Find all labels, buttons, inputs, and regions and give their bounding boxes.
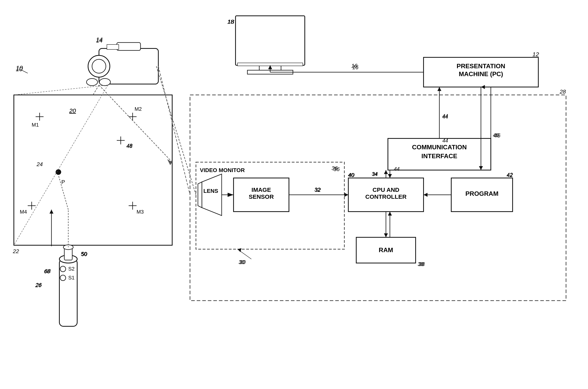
pointer-top-number: 50 [81,251,87,257]
video-monitor-number: 36 [332,165,338,171]
svg-rect-30 [14,95,172,245]
svg-text:30: 30 [240,259,246,265]
svg-text:40: 40 [348,172,355,178]
svg-line-75 [99,85,172,162]
svg-rect-27 [356,237,415,263]
camera-number-label: 14 [96,37,103,44]
svg-text:IMAGE: IMAGE [251,187,271,193]
svg-point-56 [88,55,110,77]
svg-rect-20 [348,178,423,212]
svg-text:26: 26 [35,282,42,288]
connection-32-label: 32 [314,187,321,193]
svg-point-67 [60,266,66,272]
svg-marker-85 [384,233,388,237]
svg-rect-6 [388,138,491,170]
svg-marker-118 [238,248,242,252]
svg-rect-53 [238,63,303,66]
svg-text:PRESENTATION: PRESENTATION [457,63,505,70]
svg-text:24: 24 [36,161,43,167]
svg-text:44: 44 [442,114,448,120]
svg-rect-59 [107,44,119,49]
svg-text:44: 44 [442,138,448,144]
svg-line-74 [93,85,99,95]
svg-text:INTERFACE: INTERFACE [421,153,457,160]
svg-text:VIDEO MONITOR: VIDEO MONITOR [200,167,245,173]
svg-point-61 [99,78,110,86]
svg-rect-2 [423,57,538,87]
svg-text:COMMUNICATION: COMMUNICATION [412,144,467,151]
svg-text:68: 68 [44,268,51,274]
connection-44-top: 44 [442,113,448,119]
svg-text:MACHINE (PC): MACHINE (PC) [459,70,503,77]
svg-text:34: 34 [372,171,378,177]
svg-marker-15 [198,182,202,208]
svg-marker-98 [268,65,272,69]
svg-text:SENSOR: SENSOR [249,194,274,200]
svg-marker-87 [388,212,392,216]
screen-stand-number: 22 [13,248,19,254]
svg-text:48: 48 [127,143,132,149]
svg-text:18: 18 [228,18,234,25]
monitor-number-label: 18 [227,18,234,25]
screen-number-label: 20 [69,107,76,114]
svg-text:50: 50 [81,251,87,257]
comm-interface-number: 46 [493,132,499,138]
ram-number: 38 [417,261,424,267]
connection-34-label: 34 [372,171,378,177]
svg-line-116 [14,85,108,245]
pointer-body-number: 68 [44,268,50,274]
svg-marker-76 [167,159,172,165]
system-number-label: 10 [16,65,23,72]
svg-text:S1: S1 [68,275,75,281]
marker-48-number: 48 [126,143,133,149]
svg-rect-58 [117,42,140,50]
svg-rect-24 [451,178,513,212]
svg-marker-106 [479,166,483,170]
svg-rect-50 [236,16,305,65]
svg-rect-17 [234,178,289,212]
svg-text:LENS: LENS [204,188,218,194]
svg-marker-94 [437,87,441,91]
svg-rect-63 [59,259,77,326]
svg-line-77 [156,66,196,195]
program-number: 42 [507,172,513,178]
svg-marker-83 [423,193,427,197]
svg-text:12: 12 [532,51,539,58]
svg-marker-113 [49,210,53,214]
svg-text:M1: M1 [32,122,39,128]
svg-text:S2: S2 [68,266,75,272]
cpu-number: 40 [348,172,354,178]
svg-marker-104 [481,85,485,89]
svg-rect-51 [259,65,281,71]
svg-marker-14 [202,174,222,216]
svg-rect-65 [64,247,72,260]
svg-point-57 [92,59,106,73]
svg-text:CPU AND: CPU AND [373,187,399,193]
svg-point-68 [60,275,66,281]
connection-44-inner: 44 [394,166,400,172]
inner-box-number: 30 [239,259,245,265]
svg-line-114 [158,66,190,195]
svg-line-108 [22,70,28,73]
svg-text:CONTROLLER: CONTROLLER [365,194,407,200]
line-16-label: 16 [351,63,358,69]
svg-text:32: 32 [315,187,321,193]
pointer-lower-number: 26 [35,282,41,288]
svg-rect-1 [190,95,566,301]
svg-text:P: P [61,179,65,185]
svg-text:38: 38 [418,261,425,267]
svg-marker-80 [344,193,348,197]
svg-text:M2: M2 [135,106,142,112]
svg-text:46: 46 [494,132,501,139]
svg-rect-10 [196,162,344,249]
svg-line-115 [14,85,108,95]
svg-marker-89 [384,170,388,174]
svg-rect-55 [99,48,158,84]
outer-box-number: 28 [559,89,566,95]
svg-text:14: 14 [96,36,103,43]
svg-rect-52 [247,70,293,74]
svg-text:M4: M4 [20,209,27,215]
svg-point-64 [59,255,77,263]
svg-text:10: 10 [16,66,23,72]
svg-text:RAM: RAM [379,246,393,254]
